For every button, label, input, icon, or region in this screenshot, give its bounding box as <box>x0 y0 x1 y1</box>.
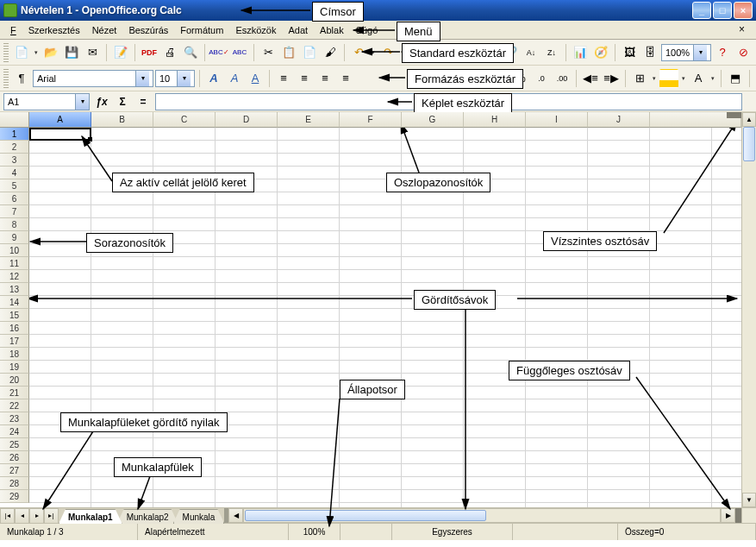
percent-button[interactable]: % <box>511 69 530 88</box>
font-size-combo[interactable]: 10▾ <box>155 70 195 87</box>
column-header-H[interactable]: H <box>464 112 526 128</box>
column-header-B[interactable]: B <box>91 112 153 128</box>
spellcheck-button[interactable]: ABC✓ <box>209 43 228 62</box>
menu-format[interactable]: Formátum <box>175 23 228 37</box>
close-document-button[interactable]: × <box>739 23 751 35</box>
paste-button[interactable]: 📄 <box>300 43 319 62</box>
decimal-add-button[interactable]: .0 <box>532 69 551 88</box>
toolbar-handle[interactable] <box>3 43 9 62</box>
scroll-right-button[interactable]: ▶ <box>721 508 735 523</box>
scroll-left-button[interactable]: ◀ <box>228 508 243 523</box>
equals-button[interactable]: = <box>134 93 152 110</box>
row-header-1[interactable]: 1 <box>0 128 29 141</box>
column-header-I[interactable]: I <box>526 112 588 128</box>
whatsthis-button[interactable]: ⊘ <box>734 43 753 62</box>
sheet-tab-3[interactable]: Munkala <box>173 509 225 524</box>
horizontal-split-handle[interactable] <box>735 508 741 523</box>
currency-button[interactable]: 💰 <box>490 69 509 88</box>
print-button[interactable]: 🖨 <box>160 43 179 62</box>
row-header-11[interactable]: 11 <box>0 257 29 270</box>
menu-view[interactable]: Nézet <box>87 23 122 37</box>
tab-first-button[interactable]: |◂ <box>0 508 15 524</box>
column-header-C[interactable]: C <box>153 112 216 128</box>
bgcolor-button[interactable] <box>659 69 678 88</box>
status-insert-mode[interactable]: Egyszeres <box>392 524 513 540</box>
row-header-9[interactable]: 9 <box>0 231 29 244</box>
sort-desc-button[interactable]: Z↓ <box>542 43 561 62</box>
sort-asc-button[interactable]: A↓ <box>522 43 540 62</box>
gallery-button[interactable]: 🖼 <box>620 43 639 62</box>
column-header-A[interactable]: A <box>29 112 91 128</box>
format-paint-button[interactable]: 🖌 <box>321 43 340 62</box>
tab-next-button[interactable]: ▸ <box>29 508 44 524</box>
sheet-tab-1[interactable]: Munkalap1 <box>59 509 122 524</box>
menu-window[interactable]: Ablak <box>315 23 349 37</box>
autospell-button[interactable]: ABC <box>230 43 249 62</box>
borders-button[interactable]: ⊞ <box>630 69 649 88</box>
row-header-26[interactable]: 26 <box>0 451 29 464</box>
export-pdf-button[interactable]: PDF <box>140 43 159 62</box>
menu-help[interactable]: Súgó <box>351 23 384 37</box>
email-button[interactable]: ✉ <box>83 43 102 62</box>
maximize-button[interactable]: □ <box>713 2 732 19</box>
tab-last-button[interactable]: ▸| <box>44 508 59 524</box>
row-header-12[interactable]: 12 <box>0 270 29 283</box>
formula-input[interactable] <box>155 93 742 110</box>
column-header-F[interactable]: F <box>340 112 402 128</box>
navigator-button[interactable]: 🧭 <box>591 43 610 62</box>
scroll-down-button[interactable]: ▼ <box>742 493 756 507</box>
menu-insert[interactable]: Beszúrás <box>123 23 173 37</box>
name-box[interactable]: A1▾ <box>3 93 90 110</box>
column-header-J[interactable]: J <box>588 112 650 128</box>
fontcolor-button[interactable]: A <box>689 69 708 88</box>
zoom-combo[interactable]: 100%▾ <box>661 44 711 61</box>
status-sum[interactable]: Összeg=0 <box>618 524 756 540</box>
tab-prev-button[interactable]: ◂ <box>15 508 29 524</box>
row-header-19[interactable]: 19 <box>0 361 29 374</box>
menu-file[interactable]: F <box>5 23 22 37</box>
hscroll-thumb[interactable] <box>245 510 486 521</box>
menu-tools[interactable]: Eszközök <box>230 23 281 37</box>
align-right-button[interactable]: ≡ <box>316 69 334 88</box>
help-button[interactable]: ? <box>713 43 732 62</box>
font-name-combo[interactable]: Arial▾ <box>33 70 153 87</box>
decrease-indent-button[interactable]: ◀≡ <box>581 69 600 88</box>
row-header-29[interactable]: 29 <box>0 490 29 503</box>
column-header-D[interactable]: D <box>216 112 278 128</box>
sum-button[interactable]: Σ <box>114 93 131 110</box>
row-header-14[interactable]: 14 <box>0 296 29 309</box>
row-header-22[interactable]: 22 <box>0 399 29 412</box>
open-button[interactable]: 📂 <box>41 43 60 62</box>
function-wizard-button[interactable]: ƒx <box>93 93 110 110</box>
row-header-3[interactable]: 3 <box>0 154 29 167</box>
menu-data[interactable]: Adat <box>283 23 313 37</box>
align-top-button[interactable]: ⬒ <box>726 69 745 88</box>
menu-edit[interactable]: Szerkesztés <box>23 23 85 37</box>
scroll-up-button[interactable]: ▲ <box>742 112 756 127</box>
row-header-13[interactable]: 13 <box>0 283 29 296</box>
row-header-8[interactable]: 8 <box>0 218 29 231</box>
align-left-button[interactable]: ≡ <box>274 69 293 88</box>
vscroll-thumb[interactable] <box>743 127 755 161</box>
new-button[interactable]: 📄 <box>12 43 31 62</box>
status-zoom[interactable]: 100% <box>289 524 341 540</box>
edit-doc-button[interactable]: 📝 <box>111 43 130 62</box>
vertical-split-handle[interactable] <box>727 112 741 118</box>
decimal-remove-button[interactable]: .00 <box>553 69 572 88</box>
row-header-18[interactable]: 18 <box>0 348 29 361</box>
row-header-2[interactable]: 2 <box>0 141 29 154</box>
row-header-10[interactable]: 10 <box>0 244 29 257</box>
chart-button[interactable]: 📊 <box>571 43 590 62</box>
datasources-button[interactable]: 🗄 <box>640 43 659 62</box>
styles-button[interactable]: ¶ <box>12 69 31 88</box>
row-header-21[interactable]: 21 <box>0 387 29 399</box>
sheet-tab-2[interactable]: Munkalap2 <box>117 509 178 524</box>
italic-button[interactable]: A <box>225 69 244 88</box>
minimize-button[interactable]: _ <box>692 2 711 19</box>
align-center-button[interactable]: ≡ <box>295 69 314 88</box>
increase-indent-button[interactable]: ≡▶ <box>602 69 621 88</box>
undo-button[interactable]: ↶ <box>349 43 368 62</box>
row-header-5[interactable]: 5 <box>0 179 29 192</box>
row-header-23[interactable]: 23 <box>0 412 29 425</box>
column-header-E[interactable]: E <box>278 112 340 128</box>
